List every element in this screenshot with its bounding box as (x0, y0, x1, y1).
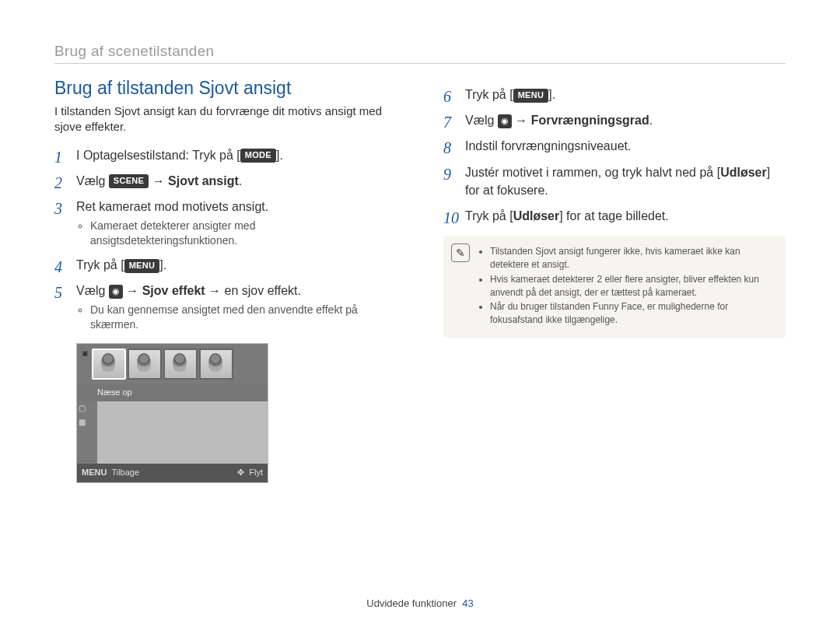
res-icon: ▢ (79, 403, 96, 415)
step-8: Indstil forvrængningsniveauet. (443, 137, 786, 155)
step-list-left: I Optagelsestilstand: Tryk på [MODE]. Væ… (54, 146, 397, 483)
step-4-text-a: Tryk på [ (76, 258, 124, 271)
step-7-text-c: . (649, 114, 653, 127)
effect-label: Næse op (97, 387, 132, 397)
step-2-bold: Sjovt ansigt (168, 174, 239, 187)
step-list-right: Tryk på [MENU]. Vælg ◉ → Forvrængningsgr… (443, 86, 786, 225)
step-9-bold: Udløser (720, 166, 767, 179)
step-7-bold: Forvrængningsgrad (531, 114, 649, 127)
menu-icon: MENU (124, 259, 160, 273)
divider (54, 63, 786, 64)
move-glyph-icon: ✥ (237, 467, 244, 479)
step-3: Ret kameraet mod motivets ansigt. Kamera… (54, 198, 397, 248)
step-7-text-a: Vælg (465, 114, 498, 127)
note-icon: ✎ (451, 243, 470, 262)
step-6-text-a: Tryk på [ (465, 88, 513, 101)
arrow-icon: → (149, 174, 168, 187)
step-2-text-c: . (239, 174, 242, 187)
step-4: Tryk på [MENU]. (54, 256, 397, 274)
step-5-sub1: Du kan gennemse ansigtet med den anvendt… (90, 303, 397, 332)
step-3-text: Ret kameraet mod motivets ansigt. (76, 200, 268, 213)
step-6-text-b: ]. (548, 88, 555, 101)
step-10-bold: Udløser (513, 209, 560, 222)
note-1: Tilstanden Sjovt ansigt fungerer ikke, h… (490, 245, 776, 271)
manual-page: Brug af scenetilstanden Brug af tilstand… (0, 0, 840, 634)
step-5-sublist: Du kan gennemse ansigtet med den anvendt… (76, 303, 397, 332)
camera-screenshot: ▣ Næse op ▢ ▦ (76, 343, 268, 483)
thumb-3 (163, 349, 198, 380)
step-9-text-a: Justér motivet i rammen, og tryk halvt n… (465, 166, 720, 179)
note-list: Tilstanden Sjovt ansigt fungerer ikke, h… (478, 243, 776, 328)
step-4-text-b: ]. (159, 258, 166, 271)
thumb-4 (199, 349, 233, 380)
screenshot-bottom-bar: MENU Tilbage ✥ Flyt (77, 464, 268, 482)
screenshot-left-icons: ▣ (82, 349, 89, 380)
arrow-icon: → (205, 284, 225, 297)
section-title: Brug af tilstanden Sjovt ansigt (54, 78, 397, 99)
step-5-text-a: Vælg (76, 284, 109, 297)
thumb-1 (92, 349, 126, 380)
scene-icon: SCENE (109, 174, 149, 188)
left-column: Brug af tilstanden Sjovt ansigt I tilsta… (54, 78, 397, 488)
note-box: ✎ Tilstanden Sjovt ansigt fungerer ikke,… (443, 236, 786, 338)
thumb-2 (128, 349, 162, 380)
footer-section: Udvidede funktioner (366, 597, 457, 609)
step-6: Tryk på [MENU]. (443, 86, 786, 103)
step-1-text-a: I Optagelsestilstand: Tryk på [ (76, 149, 240, 162)
right-column: Tryk på [MENU]. Vælg ◉ → Forvrængningsgr… (443, 78, 786, 488)
intro-paragraph: I tilstanden Sjovt ansigt kan du forvræn… (54, 103, 397, 135)
content-columns: Brug af tilstanden Sjovt ansigt I tilsta… (54, 78, 786, 488)
step-1: I Optagelsestilstand: Tryk på [MODE]. (54, 146, 397, 164)
step-5-bold: Sjov effekt (142, 284, 205, 297)
step-9: Justér motivet i rammen, og tryk halvt n… (443, 163, 786, 199)
step-5: Vælg ◉ → Sjov effekt → en sjov effekt. D… (54, 282, 397, 483)
step-3-sub1: Kameraet detekterer ansigter med ansigts… (90, 219, 397, 248)
step-2: Vælg SCENE → Sjovt ansigt. (54, 172, 397, 190)
camera-icon: ◉ (109, 285, 123, 299)
screenshot-preview: ▢ ▦ (77, 401, 268, 464)
step-2-text-a: Vælg (76, 174, 109, 187)
step-5-text-c: en sjov effekt. (225, 284, 301, 297)
page-footer: Udvidede funktioner 43 (0, 597, 840, 609)
mode-icon: MODE (240, 149, 276, 163)
menu-label: MENU (82, 467, 107, 479)
user-icon: ▣ (82, 349, 89, 359)
screenshot-thumb-row: ▣ (77, 344, 268, 384)
step-8-text: Indstil forvrængningsniveauet. (465, 139, 631, 152)
grid-icon: ▦ (79, 417, 96, 429)
step-10-text-c: ] for at tage billedet. (559, 209, 669, 222)
back-label: Tilbage (111, 467, 139, 479)
step-10: Tryk på [Udløser] for at tage billedet. (443, 207, 786, 225)
screenshot-sidebar: ▢ ▦ (77, 401, 97, 464)
step-10-text-a: Tryk på [ (465, 209, 513, 222)
effect-label-row: Næse op (77, 384, 268, 401)
arrow-icon: → (512, 114, 531, 127)
breadcrumb: Brug af scenetilstanden (54, 43, 786, 60)
footer-page-number: 43 (462, 597, 473, 609)
move-label: Flyt (249, 467, 263, 479)
step-1-text-b: ]. (276, 149, 283, 162)
camera-icon: ◉ (498, 114, 512, 128)
arrow-icon: → (123, 284, 142, 297)
step-7: Vælg ◉ → Forvrængningsgrad. (443, 111, 786, 129)
menu-icon: MENU (513, 89, 549, 103)
note-2: Hvis kameraet detekterer 2 eller flere a… (490, 273, 776, 299)
step-3-sublist: Kameraet detekterer ansigter med ansigts… (76, 219, 397, 248)
note-3: Når du bruger tilstanden Funny Face, er … (490, 300, 776, 327)
